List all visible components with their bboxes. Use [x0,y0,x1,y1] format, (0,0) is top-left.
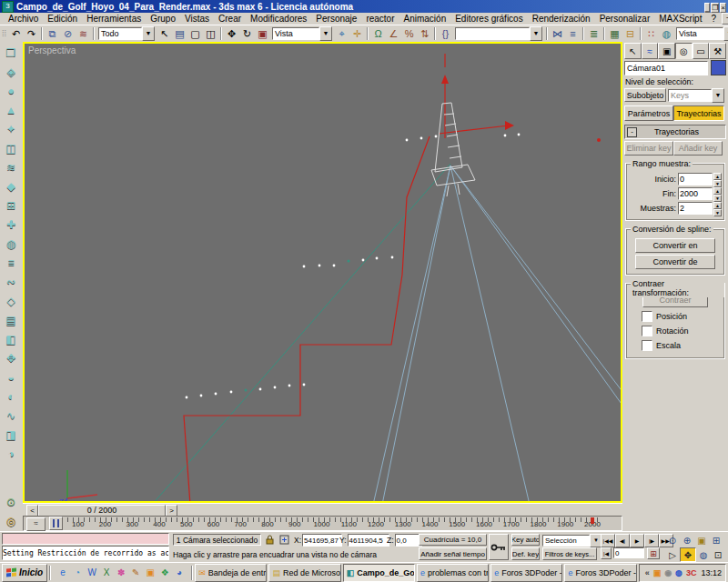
arc-rotate-icon[interactable]: ◍ [696,548,711,561]
select-scale-icon[interactable]: ▣ [255,26,270,41]
y-coordinate-field[interactable]: 4611904,5 [348,534,389,547]
parameters-button[interactable]: Parámetros [624,105,673,121]
schematic-view-icon[interactable]: ⊟ [622,26,638,41]
next-frame-button[interactable]: |▶ [644,534,659,547]
tab-hierarchy[interactable]: ▣ [658,43,675,59]
toolbar-drag-handle[interactable]: ⁞⁞ [2,29,6,38]
menu-personaje[interactable]: Personaje [311,14,361,24]
tab-display[interactable]: ▭ [693,43,710,59]
menu-editores-gr-ficos[interactable]: Editores gráficos [450,14,527,24]
min-max-toggle-icon[interactable]: ⊡ [711,548,725,561]
quicklaunch-word-icon[interactable]: W [85,566,99,580]
tray-network-icon[interactable]: ◍ [675,568,682,577]
select-object-icon[interactable]: ↖ [157,26,172,41]
viewport-label[interactable]: Perspectiva [28,45,76,55]
play-button[interactable]: ▶ [630,534,644,547]
tab-material-icon[interactable]: ◑ [2,445,20,462]
tray-update-icon[interactable]: ▣ [653,568,662,577]
start-field[interactable] [678,173,713,186]
quicklaunch-pencil-icon[interactable]: ✎ [128,566,143,580]
object-color-swatch[interactable] [711,60,726,75]
menu-crear[interactable]: Crear [214,14,246,24]
absolute-offset-icon[interactable] [278,534,290,546]
go-start-button[interactable]: |◀◀ [601,534,615,547]
menu-grupo[interactable]: Grupo [146,14,180,24]
curve-editor-icon[interactable]: ▦ [607,26,622,41]
menu-?[interactable]: ? [706,14,721,24]
close-icon[interactable]: × [720,3,726,13]
menu-archivo[interactable]: Archivo [4,14,43,24]
track-bar[interactable]: ≈ 10020030040050060070080090010001100120… [23,516,622,531]
task-red-microsoft[interactable]: ▤Red de Microsoft Wi... [268,564,340,582]
tab-shapes-icon[interactable]: ◈ [2,63,20,80]
tray-3c-icon[interactable]: 3C [686,568,697,577]
menu-reactor[interactable]: reactor [361,14,399,24]
chevron-down-icon[interactable]: ▼ [319,26,332,41]
selection-lock-icon[interactable] [264,534,276,546]
tab-waves-icon[interactable]: ∾ [2,273,20,290]
render-scene-icon[interactable]: ◍ [659,26,674,41]
select-move-icon[interactable]: ✥ [224,26,239,41]
zoom-all-icon[interactable]: ⊕ [680,534,694,547]
add-key-button[interactable]: Añadir key [673,141,723,156]
trajectory-key-mark[interactable] [591,517,594,524]
spinner-down-icon[interactable]: ▼ [713,195,722,202]
current-frame-field[interactable]: 0 [613,547,644,558]
checkbox-row-escala[interactable]: Escala [642,340,722,351]
tab-notebook-icon[interactable]: ◧ [2,330,20,347]
quicklaunch-ie-icon[interactable]: e [56,566,70,580]
chevron-down-icon[interactable]: ▼ [530,26,542,41]
minimize-icon[interactable]: ─ [722,13,728,25]
mini-curve-editor-button[interactable]: ≈ [26,517,46,531]
tab-feather-icon[interactable]: ≡ [2,254,20,271]
delete-key-button[interactable]: Eliminar key [624,141,673,156]
undo-icon[interactable]: ↶ [8,26,24,41]
convert-from-button[interactable]: Convertir de [635,255,715,269]
default-key-button[interactable]: Def. key [511,547,540,560]
convert-to-button[interactable]: Convertir en [635,238,715,253]
chevron-down-icon[interactable]: ▼ [712,88,724,103]
select-link-icon[interactable]: ⧉ [45,26,60,41]
chevron-down-icon[interactable]: ▼ [142,26,155,41]
tab-palette-icon[interactable]: ◐ [2,387,20,405]
goto-start-button[interactable]: |◀ [601,547,612,559]
zoom-region-tool-icon[interactable]: ⊙ [2,493,20,510]
menu-animaci-n[interactable]: Animación [399,14,451,24]
fov-icon[interactable]: ▷ [665,548,680,561]
select-manipulate-icon[interactable]: ✛ [349,26,365,41]
render-last-tool-icon[interactable]: ◎ [2,512,20,529]
percent-snap-icon[interactable]: % [401,26,417,41]
use-pivot-icon[interactable]: ⌖ [334,26,349,41]
spinner-snap-icon[interactable]: ⇅ [417,26,432,41]
select-rotate-icon[interactable]: ↻ [239,26,255,41]
key-auto-button[interactable]: Key auto [511,534,540,546]
subobject-button[interactable]: Subobjeto [624,88,666,102]
samples-field[interactable] [678,202,713,215]
menu-edici-n[interactable]: Edición [43,14,82,24]
task-campo[interactable]: ◧Campo_de_Golf_... [343,564,415,582]
selection-set-dropdown[interactable]: Selección ▼ [542,534,602,547]
key-filters-button[interactable]: Filtros de keys... [542,547,597,560]
checkbox-row-posicin[interactable]: Posición [642,311,722,322]
spinner-up-icon[interactable]: ▲ [713,187,722,195]
tab-objects-icon[interactable]: ❒ [2,44,20,61]
ruler[interactable]: 1002003004005006007008009001000110012001… [46,517,620,530]
bind-spacewarp-icon[interactable]: ≋ [76,26,91,41]
menu-vistas[interactable]: Vistas [180,14,214,24]
subobject-dropdown[interactable]: Keys ▼ [668,89,724,102]
redo-icon[interactable]: ↷ [24,26,39,41]
trajectories-rollout-header[interactable]: - Trayectorias [624,125,726,139]
tab-plant-icon[interactable]: ◍ [2,235,20,252]
tab-compounds-icon[interactable]: ● [2,82,20,99]
add-time-tag-button[interactable]: Añadir señal tiempo [419,547,487,560]
tab-render-preset-icon[interactable]: ◫ [2,139,20,156]
zoom-extents-icon[interactable]: ▣ [694,534,709,547]
checkbox-icon[interactable] [642,311,652,322]
tab-knot-icon[interactable]: ◇ [2,292,20,309]
menu-modificadores[interactable]: Modificadores [246,14,311,24]
start-spinner[interactable]: ▲▼ [713,173,722,186]
tab-modify[interactable]: ≈ [642,43,659,59]
tab-utilities[interactable]: ⚒ [709,43,726,59]
select-by-name-icon[interactable]: ▤ [172,26,187,41]
tab-giraffe-icon[interactable]: ▤ [2,311,20,328]
